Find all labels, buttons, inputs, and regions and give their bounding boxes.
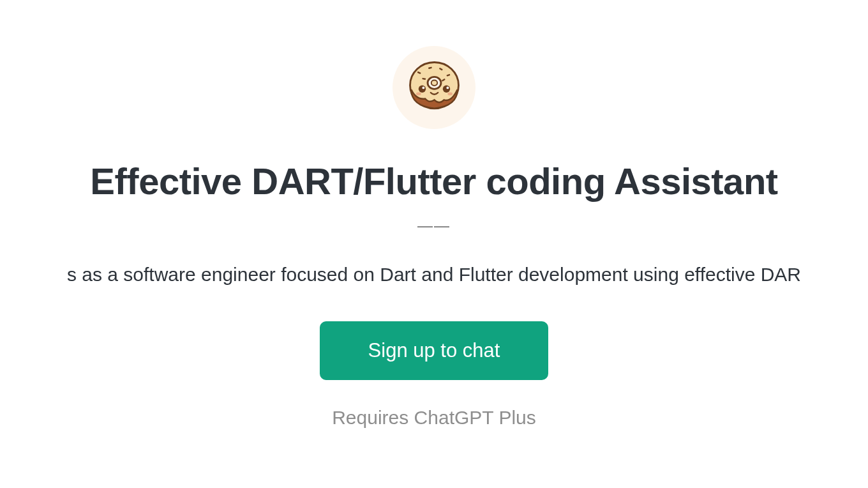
- requires-plus-text: Requires ChatGPT Plus: [332, 407, 536, 429]
- svg-point-2: [431, 80, 437, 86]
- donut-icon: [404, 56, 465, 119]
- signup-button[interactable]: Sign up to chat: [320, 321, 549, 380]
- svg-point-5: [442, 85, 449, 92]
- svg-point-7: [416, 92, 421, 95]
- avatar-container: [393, 46, 475, 129]
- svg-point-8: [447, 92, 453, 95]
- divider: ——: [417, 217, 451, 234]
- svg-point-3: [418, 85, 425, 92]
- svg-point-4: [422, 86, 424, 89]
- page-title: Effective DART/Flutter coding Assistant: [90, 160, 777, 202]
- description-text: s as a software engineer focused on Dart…: [67, 264, 801, 286]
- svg-point-6: [446, 86, 449, 89]
